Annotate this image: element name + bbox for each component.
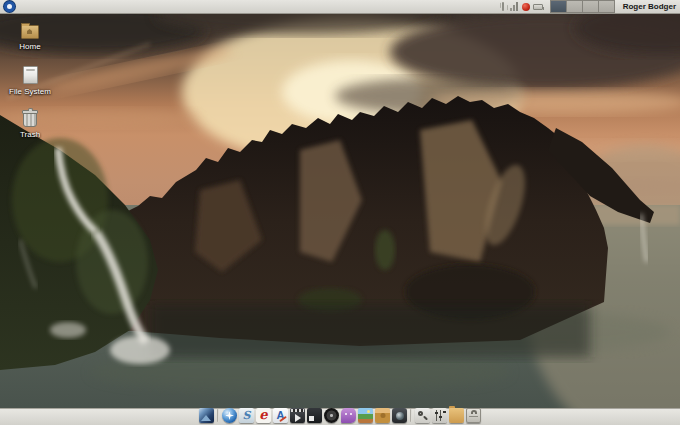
image-viewer-icon[interactable] [358,408,373,423]
word-processor-icon[interactable] [273,408,288,423]
camera-icon[interactable] [392,408,407,423]
top-panel: Roger Bodger [0,0,680,14]
username-label: Roger Bodger [623,0,676,13]
dock-row [199,408,481,423]
video-player-icon[interactable] [290,408,305,423]
terminal-icon[interactable] [307,408,322,423]
dock-separator [217,409,219,422]
file-manager-icon[interactable] [449,408,464,423]
distro-logo-menu-button[interactable] [4,1,15,12]
chat-messenger-icon[interactable] [341,408,356,423]
mail-client-icon[interactable] [239,408,254,423]
wallpaper-art [0,0,680,425]
network-signal-icon[interactable] [510,2,519,11]
desktop-icon-label: File System [9,87,51,96]
file-search-icon[interactable] [415,408,430,423]
web-browser-icon[interactable] [222,408,237,423]
dock-separator [410,409,412,422]
workspace-switcher[interactable] [550,0,615,13]
trash-icon [23,112,37,127]
workspace-2[interactable] [567,1,583,12]
desktop-icon-home[interactable]: Home [1,23,59,51]
workspace-3[interactable] [583,1,599,12]
package-manager-icon[interactable] [375,408,390,423]
picture-viewer-icon[interactable] [199,408,214,423]
update-notifier-icon[interactable] [522,3,530,11]
workspace-1[interactable] [551,1,567,12]
desktop-icon-trash[interactable]: Trash [1,110,59,139]
home-folder-icon [21,25,39,39]
desktop-icon-file-system[interactable]: File System [1,66,59,96]
desktop-icon-label: Trash [20,130,40,139]
panel-right-cluster: Roger Bodger [498,0,680,13]
bluetooth-icon[interactable] [498,2,507,11]
desktop-icon-label: Home [19,42,40,51]
desktop-screen: Home File System Trash Roger Bodger [0,0,680,425]
filesystem-drive-icon [23,66,38,84]
music-player-icon[interactable] [324,408,339,423]
settings-manager-icon[interactable] [432,408,447,423]
system-tray [498,2,543,11]
battery-icon[interactable] [533,4,543,10]
browser-e-icon[interactable] [256,408,271,423]
wallpaper-image [0,0,680,425]
workspace-4[interactable] [599,1,614,12]
archive-manager-icon[interactable] [466,408,481,423]
